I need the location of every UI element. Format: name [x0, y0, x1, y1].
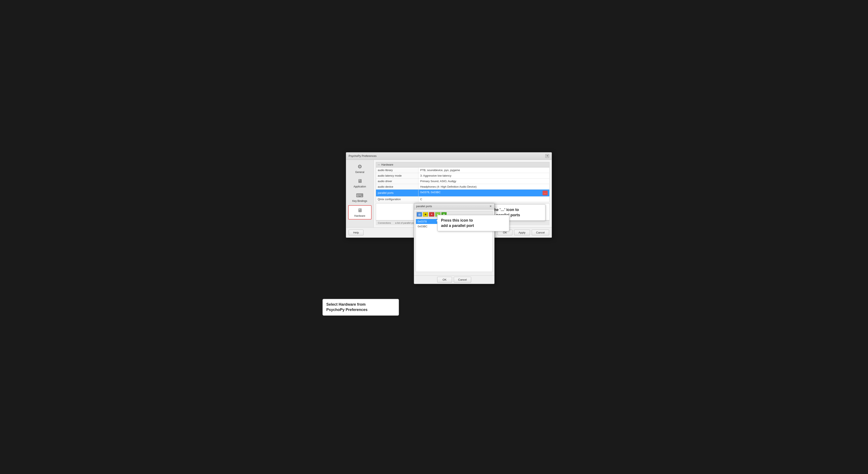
table-row-parallel-ports[interactable]: parallel ports 0x0378, 0x03BC … [376, 189, 550, 196]
annotation-bottom-left: Select Hardware fromPsychoPy Preferences [322, 299, 399, 315]
setting-key: audio library [376, 167, 418, 173]
setting-key: parallel ports [376, 189, 418, 196]
gear-icon: ⚙ [358, 164, 362, 170]
hardware-section-header: — Hardware [376, 162, 550, 167]
table-row[interactable]: audio latency mode 3: Aggressive low-lat… [376, 173, 550, 178]
table-row[interactable]: audio device Headphones (4- High Definit… [376, 184, 550, 189]
annotation-bottom-left-text: Select Hardware fromPsychoPy Preferences [326, 302, 368, 312]
annotation-middle: Press this icon toadd a parallel port [437, 215, 509, 231]
sidebar-item-general[interactable]: ⚙ General [348, 162, 372, 175]
delete-button[interactable]: ✕ [429, 212, 434, 217]
parallel-dialog-footer: OK Cancel [414, 275, 494, 284]
table-row[interactable]: audio driver Primary Sound, ASIO, Audigy [376, 178, 550, 184]
screen-wrapper: PsychoPy Preferences ✕ ⚙ General 🖥 Appli… [322, 152, 546, 322]
setting-value: 3: Aggressive low-latency [418, 173, 550, 178]
connections-label: Connections [378, 222, 391, 224]
setting-key: audio driver [376, 178, 418, 184]
parallel-cancel-button[interactable]: Cancel [454, 277, 471, 282]
title-bar: PsychoPy Preferences ✕ [346, 153, 552, 160]
cancel-button[interactable]: Cancel [532, 230, 549, 235]
add-list-button[interactable]: ▤ [416, 212, 422, 217]
connections-desc: a list of parallel ports [395, 222, 416, 224]
setting-value: Primary Sound, ASIO, Audigy [418, 178, 550, 184]
collapse-icon[interactable]: — [378, 163, 380, 166]
setting-key: audio latency mode [376, 173, 418, 178]
sidebar-item-application[interactable]: 🖥 Application [348, 176, 372, 190]
setting-key: Qmix configuration [376, 196, 418, 202]
setting-value: C [418, 196, 550, 202]
help-button[interactable]: Help [349, 230, 364, 235]
apply-button[interactable]: Apply [514, 230, 530, 235]
keyboard-icon: ⌨ [356, 193, 364, 199]
add-item-button[interactable]: ■ [423, 212, 428, 217]
window-title: PsychoPy Preferences [349, 154, 377, 158]
setting-value: Headphones (4- High Definition Audio Dev… [418, 184, 550, 189]
sidebar-label-hardware: Hardware [354, 214, 365, 217]
setting-value: PTB, sounddevice, pyo, pygame [418, 167, 550, 173]
application-icon: 🖥 [357, 178, 363, 184]
table-row[interactable]: audio library PTB, sounddevice, pyo, pyg… [376, 167, 550, 173]
hardware-settings-table: audio library PTB, sounddevice, pyo, pyg… [376, 167, 550, 202]
setting-key: audio device [376, 184, 418, 189]
sidebar-item-keybindings[interactable]: ⌨ Key Bindings [348, 191, 372, 204]
sidebar: ⚙ General 🖥 Application ⌨ Key Bindings 🖥… [346, 160, 374, 227]
edit-parallel-ports-button[interactable]: … [542, 191, 548, 195]
hardware-section-title: Hardware [381, 163, 393, 166]
setting-value: 0x0378, 0x03BC … [418, 189, 550, 196]
sidebar-label-application: Application [353, 185, 366, 188]
sidebar-label-keybindings: Key Bindings [352, 200, 367, 203]
annotation-middle-text: Press this icon toadd a parallel port [441, 218, 474, 228]
monitor-icon: 🖥 [357, 207, 363, 213]
parallel-close-button[interactable]: ✕ [489, 205, 492, 208]
parallel-ok-button[interactable]: OK [437, 277, 452, 282]
sidebar-item-hardware[interactable]: 🖥 Hardware [348, 205, 372, 219]
table-row[interactable]: Qmix configuration C [376, 196, 550, 202]
parallel-title-bar: parallel ports ✕ [414, 203, 494, 209]
parallel-dialog-title: parallel ports [416, 205, 432, 208]
sidebar-label-general: General [355, 171, 364, 174]
window-close-button[interactable]: ✕ [545, 154, 549, 158]
